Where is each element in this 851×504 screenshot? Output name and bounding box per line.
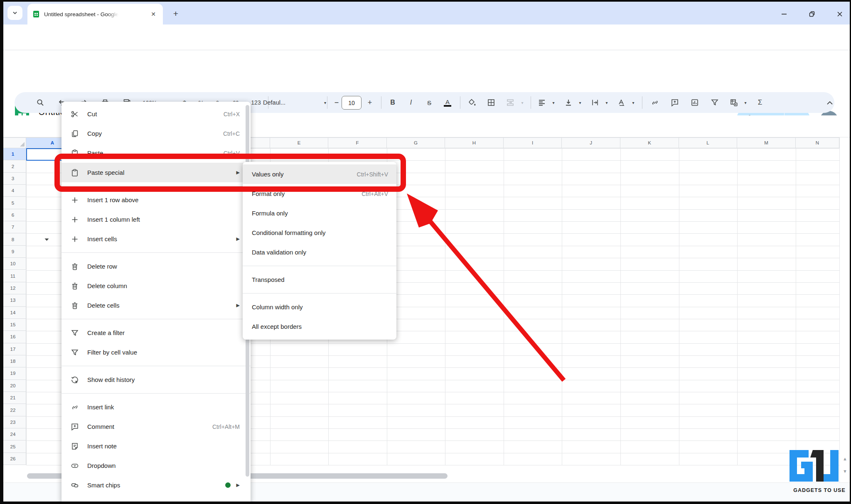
menu-item-filter-by-cell-value[interactable]: Filter by cell value — [61, 343, 251, 362]
menu-item-data-validation-only[interactable]: Data validation only — [243, 242, 396, 262]
borders-icon[interactable] — [483, 92, 499, 113]
row-header-8[interactable]: 8 — [0, 233, 26, 245]
fill-color-icon[interactable] — [464, 92, 480, 113]
row-header-6[interactable]: 6 — [0, 209, 26, 221]
column-header-h[interactable]: H — [445, 137, 504, 148]
column-header-j[interactable]: J — [562, 137, 620, 148]
column-header-n[interactable]: N — [796, 137, 839, 148]
row-header-7[interactable]: 7 — [0, 221, 26, 233]
vertical-align-icon[interactable] — [561, 92, 576, 113]
row-header-10[interactable]: 10 — [0, 258, 26, 270]
merge-cells-icon[interactable] — [502, 92, 518, 113]
row-header-19[interactable]: 19 — [0, 367, 26, 379]
row-header-22[interactable]: 22 — [0, 404, 26, 416]
row-header-2[interactable]: 2 — [0, 160, 26, 172]
menu-item-column-width-only[interactable]: Column width only — [243, 297, 396, 317]
vertical-scrollbar[interactable]: ▲ ▼ — [839, 137, 850, 482]
row-header-1[interactable]: 1 — [0, 148, 26, 160]
row-header-18[interactable]: 18 — [0, 355, 26, 367]
window-restore-button[interactable] — [806, 9, 818, 19]
menu-item-show-edit-history[interactable]: Show edit history — [61, 370, 251, 389]
row-header-17[interactable]: 17 — [0, 343, 26, 355]
insert-chart-icon[interactable] — [687, 92, 703, 113]
row-header-11[interactable]: 11 — [0, 270, 26, 282]
menu-item-smart-chips[interactable]: Smart chips▶ — [61, 475, 251, 495]
window-close-button[interactable] — [834, 9, 846, 19]
horizontal-align-caret-icon[interactable]: ▾ — [550, 92, 557, 113]
row-header-4[interactable]: 4 — [0, 185, 26, 197]
italic-icon[interactable]: I — [403, 92, 418, 113]
vertical-align-caret-icon[interactable]: ▾ — [576, 92, 584, 113]
menu-item-delete-column[interactable]: Delete column — [61, 276, 251, 296]
row-header-23[interactable]: 23 — [0, 416, 26, 428]
menu-item-shortcut: Ctrl+X — [224, 111, 240, 117]
row-header-13[interactable]: 13 — [0, 294, 26, 306]
menu-item-formula-only[interactable]: Formula only — [243, 203, 396, 223]
column-header-i[interactable]: I — [504, 137, 562, 148]
text-wrap-caret-icon[interactable]: ▾ — [603, 92, 610, 113]
row-header-12[interactable]: 12 — [0, 282, 26, 294]
window-minimize-button[interactable] — [778, 9, 790, 19]
text-rotation-caret-icon[interactable]: ▾ — [630, 92, 637, 113]
horizontal-align-icon[interactable] — [535, 92, 549, 113]
menu-item-insert-note[interactable]: Insert note — [61, 436, 251, 456]
menu-item-insert-1-column-left[interactable]: Insert 1 column left — [61, 210, 251, 229]
row-header-15[interactable]: 15 — [0, 319, 26, 331]
increase-font-size-icon[interactable]: + — [364, 92, 376, 113]
row-header-20[interactable]: 20 — [0, 380, 26, 392]
column-header-f[interactable]: F — [328, 137, 387, 148]
row-header-9[interactable]: 9 — [0, 246, 26, 258]
hide-toolbar-chevron-icon[interactable] — [822, 92, 837, 113]
menu-item-delete-row[interactable]: Delete row — [61, 257, 251, 276]
menu-item-delete-cells[interactable]: Delete cells▶ — [61, 296, 251, 315]
row-header-14[interactable]: 14 — [0, 307, 26, 319]
toolbar-search-icon[interactable] — [33, 92, 48, 113]
merge-caret-icon[interactable]: ▾ — [518, 92, 526, 113]
decrease-font-size-icon[interactable]: − — [330, 92, 343, 113]
row-header-24[interactable]: 24 — [0, 428, 26, 440]
insert-link-toolbar-icon[interactable] — [647, 92, 663, 113]
new-tab-button[interactable]: + — [170, 7, 182, 20]
insert-comment-toolbar-icon[interactable] — [667, 92, 683, 113]
column-header-m[interactable]: M — [737, 137, 796, 148]
browser-tab[interactable]: Untitled spreadsheet - Google ✕ — [27, 4, 163, 24]
submenu-arrow-icon: ▶ — [236, 482, 240, 488]
menu-item-insert-link[interactable]: Insert link — [61, 397, 251, 417]
menu-item-create-a-filter[interactable]: Create a filter — [61, 323, 251, 343]
row-header-3[interactable]: 3 — [0, 173, 26, 185]
column-header-g[interactable]: G — [387, 137, 445, 148]
font-family-select[interactable]: Defaul... ▾ — [259, 95, 330, 110]
select-all-corner[interactable] — [0, 137, 26, 148]
text-rotation-icon[interactable] — [615, 92, 629, 113]
tab-close-icon[interactable]: ✕ — [149, 10, 158, 19]
menu-item-dropdown[interactable]: Dropdown — [61, 456, 251, 475]
text-wrap-icon[interactable] — [588, 92, 602, 113]
table-tools-icon[interactable] — [726, 92, 742, 113]
row-header-5[interactable]: 5 — [0, 197, 26, 209]
link-icon — [71, 403, 79, 411]
text-color-icon[interactable]: A — [440, 92, 455, 113]
strikethrough-icon[interactable]: S — [422, 92, 437, 113]
menu-item-conditional-formatting-only[interactable]: Conditional formatting only — [243, 223, 396, 242]
tab-search-chevron-button[interactable] — [7, 6, 22, 20]
column-header-l[interactable]: L — [679, 137, 737, 148]
menu-item-comment[interactable]: CommentCtrl+Alt+M — [61, 417, 251, 436]
menu-item-copy[interactable]: CopyCtrl+C — [61, 124, 251, 143]
table-tools-caret-icon[interactable]: ▾ — [742, 92, 749, 113]
menu-item-insert-1-row-above[interactable]: Insert 1 row above — [61, 190, 251, 210]
row-header-26[interactable]: 26 — [0, 453, 26, 465]
create-filter-toolbar-icon[interactable] — [707, 92, 723, 113]
row-header-16[interactable]: 16 — [0, 331, 26, 343]
menu-item-cut[interactable]: CutCtrl+X — [61, 104, 251, 124]
column-header-k[interactable]: K — [620, 137, 679, 148]
row-header-25[interactable]: 25 — [0, 440, 26, 453]
menu-item-transposed[interactable]: Transposed — [243, 270, 396, 289]
menu-item-insert-cells[interactable]: Insert cells▶ — [61, 229, 251, 249]
row-header-21[interactable]: 21 — [0, 392, 26, 404]
font-size-input[interactable]: 10 — [342, 96, 362, 110]
menu-item-label: Filter by cell value — [87, 349, 137, 356]
column-header-e[interactable]: E — [270, 137, 328, 148]
menu-item-all-except-borders[interactable]: All except borders — [243, 317, 396, 336]
bold-icon[interactable]: B — [385, 92, 400, 113]
functions-sigma-icon[interactable]: Σ — [753, 92, 767, 113]
